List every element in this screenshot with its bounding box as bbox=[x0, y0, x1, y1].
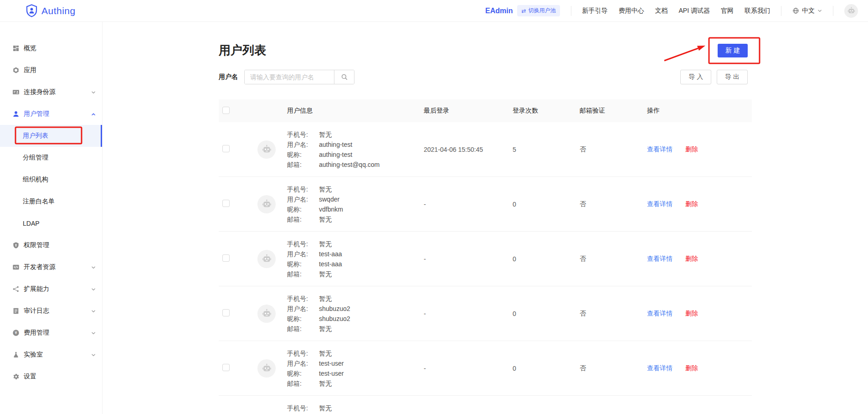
svg-text:¥: ¥ bbox=[15, 331, 17, 335]
sidebar-subitem-registration-whitelist[interactable]: 注册白名单 bbox=[0, 191, 102, 212]
view-detail-link[interactable]: 查看详情 bbox=[647, 310, 673, 317]
sidebar-subitem-label: 组织机构 bbox=[23, 176, 48, 184]
sidebar-item-developer-resources[interactable]: 开发者资源 bbox=[0, 256, 102, 278]
nav-link-newbie-guide[interactable]: 新手引导 bbox=[582, 7, 608, 15]
info-value-username: shubuzuo2 bbox=[319, 304, 350, 314]
row-checkbox[interactable] bbox=[222, 364, 230, 371]
view-detail-link[interactable]: 查看详情 bbox=[647, 145, 673, 153]
username-filter-label: 用户名 bbox=[219, 73, 238, 81]
sidebar-item-settings[interactable]: 设置 bbox=[0, 366, 102, 388]
cell-email-verified: 否 bbox=[580, 145, 647, 154]
info-value-nickname: test-aaa bbox=[319, 259, 342, 269]
page-title: 用户列表 bbox=[219, 42, 752, 58]
view-detail-link[interactable]: 查看详情 bbox=[647, 364, 673, 372]
sidebar-item-billing-management[interactable]: ¥ 费用管理 bbox=[0, 322, 102, 344]
header-email-verified: 邮箱验证 bbox=[580, 107, 647, 115]
user-avatar bbox=[257, 195, 276, 213]
sidebar-subitem-user-list[interactable]: 用户列表 bbox=[0, 125, 102, 147]
nav-link-billing-center[interactable]: 费用中心 bbox=[619, 7, 644, 15]
import-button[interactable]: 导 入 bbox=[680, 70, 711, 84]
info-label-email: 邮箱: bbox=[287, 214, 319, 224]
globe-icon bbox=[792, 7, 799, 14]
info-value-email: 暂无 bbox=[319, 378, 332, 388]
shield-icon bbox=[12, 242, 20, 249]
info-value-phone: 暂无 bbox=[319, 129, 332, 140]
info-value-nickname: test-user bbox=[319, 368, 344, 378]
row-checkbox[interactable] bbox=[222, 145, 230, 152]
info-label-username: 用户名: bbox=[287, 249, 319, 259]
sidebar-subitem-group-management[interactable]: 分组管理 bbox=[0, 147, 102, 169]
nav-link-docs[interactable]: 文档 bbox=[655, 7, 668, 15]
row-checkbox[interactable] bbox=[222, 200, 230, 207]
chevron-up-icon bbox=[91, 112, 96, 116]
divider bbox=[571, 6, 571, 16]
chevron-down-icon bbox=[91, 309, 96, 313]
delete-link[interactable]: 删除 bbox=[685, 364, 698, 372]
cell-login-count: 0 bbox=[513, 255, 580, 263]
robot-avatar-icon bbox=[262, 308, 272, 319]
top-navbar: Authing EAdmin ⇄ 切换用户池 新手引导 费用中心 文档 API … bbox=[0, 0, 868, 22]
header-user-info: 用户信息 bbox=[287, 107, 424, 115]
sidebar-item-label: 连接身份源 bbox=[24, 88, 56, 96]
info-label-phone: 手机号: bbox=[287, 239, 319, 249]
info-label-username: 用户名: bbox=[287, 140, 319, 150]
row-checkbox[interactable] bbox=[222, 254, 230, 262]
id-card-icon bbox=[12, 88, 20, 96]
nav-link-contact-us[interactable]: 联系我们 bbox=[745, 7, 770, 15]
chevron-down-icon bbox=[91, 90, 96, 94]
sidebar-item-audit-logs[interactable]: 审计日志 bbox=[0, 300, 102, 322]
authing-logo[interactable]: Authing bbox=[26, 4, 76, 18]
table-row: 手机号:暂无 用户名:test-user 昵称:test-user 邮箱:暂无 … bbox=[219, 341, 752, 396]
sidebar-item-overview[interactable]: 概览 bbox=[0, 37, 102, 59]
sidebar-item-applications[interactable]: 应用 bbox=[0, 59, 102, 81]
sidebar-item-label: 开发者资源 bbox=[24, 263, 56, 271]
delete-link[interactable]: 删除 bbox=[685, 200, 698, 207]
nav-link-official-site[interactable]: 官网 bbox=[721, 7, 734, 15]
select-all-checkbox[interactable] bbox=[222, 107, 230, 114]
user-pool-name[interactable]: EAdmin bbox=[485, 7, 513, 15]
sidebar-subitem-organization[interactable]: 组织机构 bbox=[0, 169, 102, 191]
sidebar-item-extension-capabilities[interactable]: 扩展能力 bbox=[0, 278, 102, 300]
account-avatar[interactable] bbox=[844, 4, 858, 18]
cell-login-count: 0 bbox=[513, 365, 580, 372]
sidebar-subitem-ldap[interactable]: LDAP bbox=[0, 212, 102, 234]
row-checkbox[interactable] bbox=[222, 309, 230, 316]
info-value-username: swqder bbox=[319, 194, 339, 204]
username-search-input[interactable] bbox=[245, 70, 334, 84]
delete-link[interactable]: 删除 bbox=[685, 310, 698, 317]
grid-icon bbox=[12, 45, 20, 52]
info-value-username: authing-test bbox=[319, 140, 352, 150]
info-value-phone: 暂无 bbox=[319, 348, 332, 358]
sidebar-item-identity-sources[interactable]: 连接身份源 bbox=[0, 81, 102, 103]
table-header-row: 用户信息 最后登录 登录次数 邮箱验证 操作 bbox=[219, 99, 752, 122]
view-detail-link[interactable]: 查看详情 bbox=[647, 255, 673, 262]
code-terminal-icon bbox=[12, 264, 20, 271]
create-user-button[interactable]: 新 建 bbox=[718, 44, 748, 57]
sidebar-item-laboratory[interactable]: 实验室 bbox=[0, 344, 102, 366]
export-button[interactable]: 导 出 bbox=[717, 70, 748, 84]
delete-link[interactable]: 删除 bbox=[685, 255, 698, 262]
info-value-email: authing-test@qq.com bbox=[319, 160, 380, 170]
sidebar-item-label: 实验室 bbox=[24, 351, 43, 359]
divider bbox=[833, 6, 833, 16]
sidebar-subitem-label: 注册白名单 bbox=[23, 197, 55, 206]
swap-icon: ⇄ bbox=[521, 8, 526, 14]
info-label-phone: 手机号: bbox=[287, 348, 319, 358]
user-table: 用户信息 最后登录 登录次数 邮箱验证 操作 手机号:暂无 用户名:authin… bbox=[219, 99, 752, 414]
sidebar-item-permission-management[interactable]: 权限管理 bbox=[0, 234, 102, 256]
search-button[interactable] bbox=[334, 70, 354, 84]
app-cube-icon bbox=[12, 67, 20, 74]
switch-pool-button[interactable]: ⇄ 切换用户池 bbox=[517, 5, 560, 16]
delete-link[interactable]: 删除 bbox=[685, 145, 698, 153]
sidebar-item-user-management[interactable]: 用户管理 bbox=[0, 103, 102, 125]
language-selector[interactable]: 中文 bbox=[792, 7, 822, 15]
view-detail-link[interactable]: 查看详情 bbox=[647, 200, 673, 207]
table-row: 手机号:暂无 用户名:shubuzuo2 昵称:shubuzuo2 邮箱:暂无 … bbox=[219, 286, 752, 341]
nav-link-api-debugger[interactable]: API 调试器 bbox=[679, 7, 710, 15]
info-label-nickname: 昵称: bbox=[287, 368, 319, 378]
table-row: 手机号:暂无 用户名:authing-test 昵称:authing-test … bbox=[219, 122, 752, 177]
sidebar-item-label: 扩展能力 bbox=[24, 285, 49, 293]
chevron-down-icon bbox=[817, 9, 822, 13]
info-value-email: 暂无 bbox=[319, 269, 332, 279]
cell-login-count: 0 bbox=[513, 310, 580, 317]
